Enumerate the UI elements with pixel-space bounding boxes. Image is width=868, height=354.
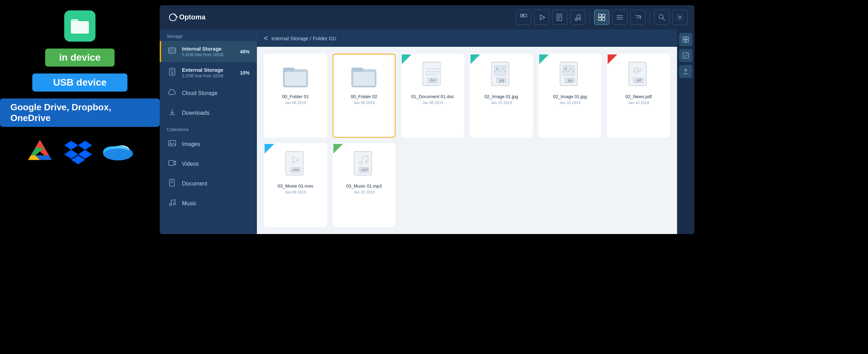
cloud-logos: [26, 137, 134, 165]
sidebar: Storage Internal Storage 5.6GB free from…: [160, 29, 257, 234]
external-storage-name: External Storage: [182, 67, 234, 73]
dropbox-icon: [64, 137, 92, 165]
file-item-mov01[interactable]: .mov 03_Movie 01.mov Jan 08 2019: [264, 143, 327, 227]
svg-text:.mov: .mov: [292, 168, 299, 172]
svg-rect-38: [169, 68, 175, 75]
filter-video-btn[interactable]: [534, 10, 549, 25]
svg-rect-85: [683, 37, 685, 39]
mp301-name: 03_Music 01.mp3: [346, 183, 382, 189]
mp301-date: Jan 10 2019: [353, 190, 375, 194]
cloud-icon: [168, 88, 176, 98]
file-item-img01b[interactable]: .jpg 02_Image 01.jpg Jan 10 2019: [539, 54, 602, 138]
document-label: Document: [182, 181, 207, 187]
file-item-folder01[interactable]: 00_Folder 01 Jan 08 2019: [264, 54, 327, 138]
folder02-date: Jan 08 2019: [353, 101, 375, 105]
cloud-label[interactable]: Google Drive, Dropbox, OneDrive: [0, 98, 160, 127]
external-storage-icon: [168, 68, 176, 78]
file-grid: 00_Folder 01 Jan 08 2019 00_Folder 02 Ja…: [257, 47, 677, 234]
corner-red-pdf01: [608, 54, 617, 64]
settings-btn[interactable]: [672, 10, 687, 25]
folder01-thumb: [280, 60, 311, 91]
external-storage-info: External Storage 3.2GB free from 32GB: [182, 67, 234, 78]
view-grid-btn[interactable]: [594, 10, 609, 25]
filter-images-btn[interactable]: [516, 10, 531, 25]
svg-rect-23: [602, 18, 605, 20]
svg-point-42: [170, 142, 172, 143]
music-label: Music: [182, 200, 197, 207]
svg-text:Optoma: Optoma: [179, 13, 206, 21]
svg-rect-53: [284, 71, 307, 86]
svg-rect-39: [171, 70, 174, 71]
sidebar-item-external[interactable]: External Storage 3.2GB free from 32GB 10…: [160, 62, 257, 83]
sidebar-item-internal[interactable]: Internal Storage 5.6GB free from 10GB 48…: [160, 41, 257, 62]
images-label: Images: [182, 141, 200, 147]
sort-btn[interactable]: [630, 10, 645, 25]
internal-storage-info: Internal Storage 5.6GB free from 10GB: [182, 46, 234, 57]
mov01-thumb: .mov: [280, 149, 311, 181]
breadcrumb-back-btn[interactable]: <: [264, 34, 268, 42]
folder01-date: Jan 08 2019: [285, 101, 306, 105]
folder01-name: 00_Folder 01: [282, 94, 309, 99]
internal-storage-name: Internal Storage: [182, 46, 234, 52]
mov01-date: Jan 08 2019: [285, 190, 306, 194]
breadcrumb-bar: < Internal Storage / Folder 01/: [257, 29, 677, 47]
action-expand-btn[interactable]: [679, 33, 692, 46]
filter-doc-btn[interactable]: [552, 10, 567, 25]
sidebar-item-videos[interactable]: Videos: [160, 154, 257, 174]
view-list-btn[interactable]: [612, 10, 627, 25]
corner-teal-doc01: [402, 54, 411, 64]
svg-rect-88: [686, 40, 688, 42]
sidebar-item-cloud[interactable]: Cloud Storage: [160, 83, 257, 103]
folder02-name: 00_Folder 02: [351, 94, 377, 99]
music-icon: [168, 198, 176, 208]
usb-label[interactable]: USB device: [32, 74, 127, 92]
action-upload-btn[interactable]: [679, 65, 692, 78]
svg-rect-22: [599, 18, 601, 20]
svg-text:.pdf: .pdf: [636, 78, 642, 82]
svg-rect-43: [169, 161, 174, 165]
file-item-pdf01[interactable]: .pdf 02_News.pdf Jan 10 2019: [607, 54, 670, 138]
file-item-img01a[interactable]: .jpg 02_Image 01.jpg Jan 10 2019: [470, 54, 533, 138]
file-item-doc01[interactable]: .doc 01_Document 01.doc Jan 08 2019: [401, 54, 464, 138]
folder02-thumb: [348, 60, 379, 91]
onedrive-icon: [102, 139, 134, 163]
downloads-label: Downloads: [182, 110, 209, 116]
file-item-mp301[interactable]: .mp3 03_Music 01.mp3 Jan 10 2019: [333, 143, 396, 227]
download-icon: [168, 108, 176, 118]
svg-point-33: [679, 16, 681, 18]
right-action-panel: [677, 29, 694, 234]
svg-marker-13: [540, 15, 545, 20]
pdf01-date: Jan 10 2019: [628, 101, 649, 105]
main-content: Storage Internal Storage 5.6GB free from…: [160, 29, 694, 234]
img01b-thumb: .jpg: [554, 60, 585, 91]
google-drive-icon: [26, 137, 54, 165]
sidebar-item-document[interactable]: Document: [160, 174, 257, 193]
left-panel: in device USB device Google Drive, Dropb…: [0, 0, 160, 354]
sidebar-item-images[interactable]: Images: [160, 134, 257, 154]
search-btn[interactable]: [654, 10, 669, 25]
in-device-label[interactable]: in device: [45, 49, 115, 67]
svg-point-9: [104, 148, 133, 159]
sidebar-item-downloads[interactable]: Downloads: [160, 103, 257, 123]
img01b-name: 02_Image 01.jpg: [553, 94, 587, 99]
storage-section-label: Storage: [160, 29, 257, 41]
divider1: [590, 12, 590, 23]
doc01-thumb: .doc: [417, 60, 448, 91]
svg-rect-56: [353, 71, 375, 86]
file-item-folder02[interactable]: 00_Folder 02 Jan 08 2019: [333, 54, 396, 138]
document-icon: [168, 179, 176, 189]
pdf01-name: 02_News.pdf: [625, 94, 652, 99]
optoma-logo: Optoma: [167, 12, 212, 23]
filter-music-btn[interactable]: [570, 10, 585, 25]
collections-section-label: Collections: [160, 123, 257, 134]
svg-rect-12: [524, 14, 527, 17]
action-check-btn[interactable]: [679, 49, 692, 62]
svg-text:.mp3: .mp3: [360, 168, 368, 172]
mp301-thumb: .mp3: [348, 149, 379, 181]
corner-teal-img01a: [470, 54, 480, 64]
doc01-date: Jan 08 2019: [422, 101, 443, 105]
internal-storage-sub: 5.6GB free from 10GB: [182, 52, 234, 57]
svg-marker-44: [174, 161, 176, 165]
file-area: < Internal Storage / Folder 01/ 00_Folde…: [257, 29, 677, 234]
sidebar-item-music[interactable]: Music: [160, 193, 257, 213]
